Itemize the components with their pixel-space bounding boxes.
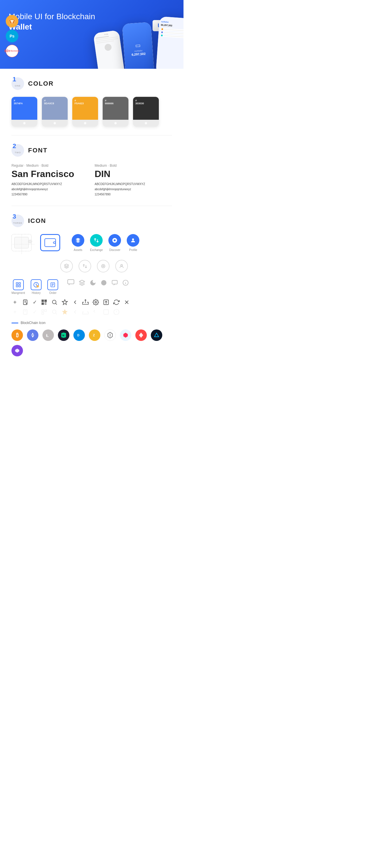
search-icon[interactable] [51, 299, 58, 307]
svg-point-8 [121, 265, 122, 266]
plus-icon: + [11, 299, 18, 307]
phone-mockups: Profile ▭ myWallet 6,297,502 + + myWalle… [96, 17, 184, 69]
assets-icon [72, 234, 84, 247]
font-section-title: FONT [28, 147, 48, 154]
nav-icons-group: Assets Exchange Discover P [72, 234, 139, 251]
qr-icon [41, 299, 47, 307]
doc-edit-icon [22, 299, 29, 307]
color-section-header: 1 ONE COLOR [11, 78, 172, 90]
history-nav-icon: History [31, 279, 41, 294]
wallet-wireframe-icon [11, 234, 34, 254]
discover-ghost-icon [97, 260, 110, 273]
svg-rect-51 [42, 313, 44, 314]
svg-text:Z: Z [93, 334, 95, 337]
icon-ghost-row [60, 260, 172, 273]
font-section-header: 2 TWO FONT [11, 144, 172, 157]
profile-icon-item: Profile [127, 234, 139, 251]
hero-badges-list: Ps 60+ Screens [6, 15, 18, 57]
management-nav-icon: Mangment [11, 279, 25, 294]
refresh-icon [113, 299, 119, 307]
history-icon [31, 279, 41, 290]
font-grid: Regular · Medium · Bold San Francisco AB… [11, 163, 172, 197]
svg-point-20 [101, 280, 106, 285]
svg-rect-55 [104, 310, 109, 314]
svg-line-39 [56, 303, 57, 305]
misc-icons-row [67, 279, 129, 287]
check-icon: ✓ [33, 299, 37, 307]
color-section-num: 1 ONE [11, 78, 24, 90]
screens-badge: 60+ Screens [6, 45, 18, 57]
svg-marker-75 [15, 349, 20, 353]
mana-icon [135, 330, 147, 341]
svg-marker-61 [31, 335, 33, 338]
close-icon [123, 299, 130, 307]
svg-text:N: N [62, 334, 64, 337]
svg-rect-11 [16, 285, 18, 287]
svg-marker-54 [62, 309, 67, 314]
svg-rect-49 [42, 310, 44, 311]
star-icon [62, 299, 68, 307]
wallet-icons-row: Assets Exchange Discover P [11, 234, 172, 254]
moon-icon [90, 280, 96, 287]
color-card-gray: #666666 [103, 97, 129, 127]
zec-icon: Z [89, 330, 101, 341]
profile-icon [127, 234, 139, 247]
icon-section-title: ICON [28, 217, 46, 225]
icon-section-header: 3 THREE ICON [11, 215, 172, 227]
layers-icon [79, 280, 85, 287]
hero-title: Mobile UI for Blockchain Wallet [9, 11, 101, 32]
svg-rect-47 [24, 310, 27, 314]
svg-point-6 [102, 265, 105, 268]
svg-point-7 [103, 266, 104, 267]
blockchain-line [11, 322, 18, 323]
exchange-icon-item: Exchange [90, 234, 103, 251]
svg-rect-50 [45, 310, 47, 311]
tool-icons-ghost-row: + ✓ [11, 309, 172, 316]
color-card-orange: #F5A623 [72, 97, 98, 127]
bottom-nav-icons-row: Mangment History Order [11, 279, 172, 294]
discover-icon [108, 234, 121, 247]
wallet-blue-icon [40, 234, 60, 251]
svg-point-52 [53, 310, 56, 314]
color-card-blue: #3574FA [11, 97, 37, 127]
svg-marker-60 [31, 333, 33, 335]
svg-marker-62 [33, 335, 34, 338]
font-din: Medium · Bold DIN ABCDEFGHIJKLMNOPQRSTUV… [94, 163, 172, 197]
svg-rect-9 [16, 283, 18, 284]
color-section-title: COLOR [28, 80, 54, 87]
color-swatches: #3574FA #8DA0C8 #F5A623 #666666 #303030 [11, 97, 172, 127]
svg-text:D: D [78, 334, 79, 337]
matic-icon [11, 345, 23, 356]
phone-2: ▭ myWallet 6,297,502 [122, 22, 154, 69]
phone-1: Profile [93, 30, 125, 69]
eth-icon [27, 330, 38, 341]
chevron-left-icon [72, 299, 78, 307]
assets-ghost-icon [60, 260, 73, 273]
font-section-num: 2 TWO [11, 144, 24, 157]
order-icon [47, 279, 58, 290]
svg-rect-10 [19, 283, 20, 284]
golem-icon [151, 330, 162, 341]
svg-marker-74 [139, 333, 143, 338]
star-filled-icon [62, 309, 68, 316]
svg-rect-32 [45, 301, 46, 301]
settings-icon[interactable] [93, 299, 99, 307]
tool-icons-row-1: + ✓ [11, 299, 172, 307]
dot-circle-icon [101, 280, 107, 287]
hero-section: Mobile UI for Blockchain Wallet UI Kit P… [0, 0, 184, 69]
crypto-icons-row: ₿ Ł N D Z [11, 330, 172, 356]
svg-rect-33 [43, 303, 43, 304]
order-nav-icon: Order [47, 279, 58, 294]
ltc-icon: Ł [43, 330, 54, 341]
svg-marker-40 [62, 300, 67, 305]
upload-box-icon [103, 299, 109, 307]
svg-text:Ł: Ł [46, 333, 49, 338]
svg-rect-12 [19, 285, 20, 287]
svg-rect-21 [112, 280, 117, 284]
btc-icon: ₿ [11, 330, 23, 341]
exchange-icon [90, 234, 103, 247]
svg-line-53 [56, 313, 57, 314]
svg-marker-72 [123, 333, 128, 338]
neo-icon: N [58, 330, 69, 341]
svg-rect-19 [68, 280, 74, 284]
